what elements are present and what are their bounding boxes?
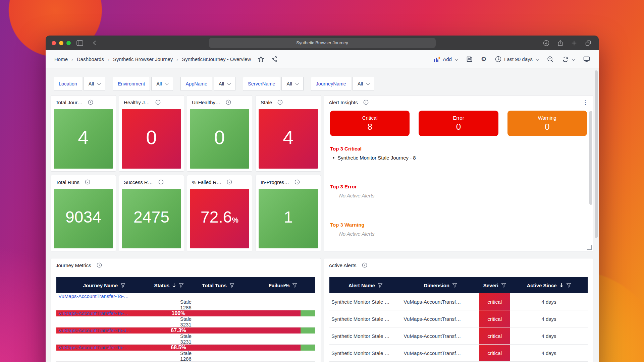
column-failure-pct[interactable]: Failure% bbox=[251, 283, 315, 288]
warning-alerts-button[interactable]: Warning 0 bbox=[507, 111, 587, 136]
page-scrollbar[interactable] bbox=[595, 70, 598, 238]
filter-label[interactable]: JourneyName bbox=[311, 77, 351, 91]
alert-name-cell: Synthetic Monitor Stale … bbox=[329, 310, 402, 327]
filter-label[interactable]: ServerName bbox=[243, 77, 280, 91]
column-total-runs[interactable]: Total Tuns bbox=[186, 283, 251, 288]
filter-value-dropdown[interactable]: All bbox=[214, 77, 235, 91]
filter-funnel-icon bbox=[179, 283, 184, 288]
chevron-down-icon bbox=[535, 57, 539, 60]
stat-panel-total-journeys: Total Jour… 4 bbox=[51, 95, 116, 172]
journey-name-link[interactable]: VuMaps-AccountTransfer-To-J… bbox=[56, 327, 315, 333]
refresh-button[interactable] bbox=[562, 56, 575, 63]
time-range-picker[interactable]: Last 90 days bbox=[495, 56, 539, 62]
panel-title: % Failed R… bbox=[192, 179, 221, 185]
filter-servername: ServerName All bbox=[243, 77, 304, 91]
filter-value-dropdown[interactable]: All bbox=[281, 77, 303, 91]
stat-panel-total-runs: Total Runs 9034 bbox=[51, 175, 116, 251]
info-icon[interactable] bbox=[227, 179, 232, 185]
clock-icon bbox=[495, 56, 501, 62]
filter-value-dropdown[interactable]: All bbox=[151, 77, 173, 91]
info-icon[interactable] bbox=[294, 179, 300, 185]
info-icon[interactable] bbox=[158, 179, 164, 185]
journey-name-link[interactable]: VuMaps-AccountTransfer-To-… bbox=[56, 310, 315, 316]
breadcrumb-home[interactable]: Home bbox=[54, 56, 68, 62]
share-dashboard-icon[interactable] bbox=[271, 56, 277, 62]
error-alerts-button[interactable]: Error 0 bbox=[419, 111, 498, 136]
breadcrumb-separator: › bbox=[176, 56, 178, 62]
fullscreen-button[interactable] bbox=[66, 41, 71, 45]
panel-title: UnHealthy… bbox=[192, 100, 220, 105]
add-panel-button[interactable]: Add bbox=[434, 56, 458, 62]
kebab-menu-icon[interactable]: ⋮ bbox=[582, 99, 588, 105]
column-active-since[interactable]: Active Since bbox=[510, 283, 588, 288]
save-icon[interactable] bbox=[466, 56, 473, 62]
back-icon[interactable] bbox=[92, 40, 97, 46]
info-icon[interactable] bbox=[363, 100, 369, 105]
column-status[interactable]: Status bbox=[152, 283, 186, 288]
column-journey-name[interactable]: Journey Name bbox=[56, 283, 152, 288]
filter-funnel-icon bbox=[452, 283, 457, 288]
filter-journeyname: JourneyName All bbox=[311, 77, 374, 91]
filter-label[interactable]: Location bbox=[54, 77, 82, 91]
journey-name-link[interactable]: VuMaps-AccountTransfer-To-… bbox=[56, 293, 315, 299]
settings-gear-icon[interactable]: ⚙ bbox=[481, 56, 487, 62]
info-icon[interactable] bbox=[85, 179, 90, 185]
stat-value-tile: 0 bbox=[190, 109, 249, 169]
refresh-icon bbox=[562, 56, 569, 63]
address-bar[interactable]: Synthetic Browser Journey bbox=[209, 38, 436, 48]
filter-label[interactable]: AppName bbox=[180, 77, 212, 91]
panel-title: Total Jour… bbox=[56, 100, 83, 105]
dimension-cell: VuMaps-AccountTransf… bbox=[402, 345, 479, 361]
time-range-label: Last 90 days bbox=[504, 56, 533, 62]
chevron-down-icon bbox=[97, 81, 101, 85]
dimension-cell: VuMaps-AccountTransf… bbox=[402, 293, 479, 310]
sidebar-icon[interactable] bbox=[76, 40, 83, 46]
tabs-icon[interactable] bbox=[585, 40, 591, 46]
critical-alerts-button[interactable]: Critical 8 bbox=[330, 111, 410, 136]
filter-funnel-icon bbox=[566, 283, 571, 288]
resize-handle-icon[interactable] bbox=[587, 245, 592, 250]
total-runs-cell: 1286 bbox=[56, 305, 315, 310]
column-severity[interactable]: Severi bbox=[479, 283, 510, 288]
info-icon[interactable] bbox=[362, 262, 367, 268]
chevron-down-icon bbox=[165, 81, 169, 85]
column-dimension[interactable]: Dimension bbox=[402, 283, 479, 288]
stat-value-tile: 72.6% bbox=[190, 189, 249, 248]
panel-title: In-Progres… bbox=[261, 179, 289, 185]
filter-value-dropdown[interactable]: All bbox=[353, 77, 374, 91]
journey-name-link[interactable]: VuMaps-AccountTransfer-To-… bbox=[56, 345, 315, 350]
info-icon[interactable] bbox=[226, 100, 231, 105]
minimize-button[interactable] bbox=[59, 41, 63, 45]
column-alert-name[interactable]: Alert Name bbox=[329, 283, 402, 288]
zoom-out-icon[interactable] bbox=[547, 56, 554, 63]
panel-scrollbar[interactable] bbox=[589, 111, 592, 205]
breadcrumb-separator: › bbox=[108, 56, 109, 62]
filter-value-dropdown[interactable]: All bbox=[84, 77, 105, 91]
table-row: Synthetic Monitor Stale … VuMaps-Account… bbox=[329, 293, 588, 310]
new-tab-icon[interactable] bbox=[571, 40, 577, 46]
stat-value-tile: 9034 bbox=[54, 189, 113, 248]
filter-label[interactable]: Environment bbox=[113, 77, 150, 91]
filter-funnel-icon bbox=[378, 283, 383, 288]
download-icon[interactable] bbox=[543, 40, 549, 46]
info-icon[interactable] bbox=[88, 100, 93, 105]
stat-value-tile: 0 bbox=[122, 109, 181, 169]
stat-panel-success-runs: Success R… 2475 bbox=[119, 175, 184, 251]
filter-environment: Environment All bbox=[113, 77, 173, 91]
info-icon[interactable] bbox=[155, 100, 161, 105]
status-cell: Stale bbox=[56, 316, 315, 322]
tv-monitor-icon[interactable] bbox=[583, 56, 590, 62]
dimension-cell: VuMaps-AccountTransf… bbox=[402, 327, 479, 344]
close-button[interactable] bbox=[52, 41, 56, 45]
breadcrumb-folder[interactable]: Synthetic Browser Journey bbox=[113, 56, 173, 62]
dashboard: Home › Dashboards › Synthetic Browser Jo… bbox=[46, 50, 599, 362]
critical-alert-item: Synthetic Monitor Stale Journey - 8 bbox=[333, 155, 416, 161]
top3-critical-heading: Top 3 Critical bbox=[330, 146, 362, 152]
total-runs-cell: 3231 bbox=[56, 339, 315, 345]
breadcrumb-dashboards[interactable]: Dashboards bbox=[77, 56, 104, 62]
star-icon[interactable] bbox=[258, 56, 264, 63]
share-icon[interactable] bbox=[557, 40, 563, 46]
info-icon[interactable] bbox=[97, 262, 102, 268]
table-row: Synthetic Monitor Stale … VuMaps-Account… bbox=[329, 327, 588, 345]
info-icon[interactable] bbox=[277, 100, 283, 105]
